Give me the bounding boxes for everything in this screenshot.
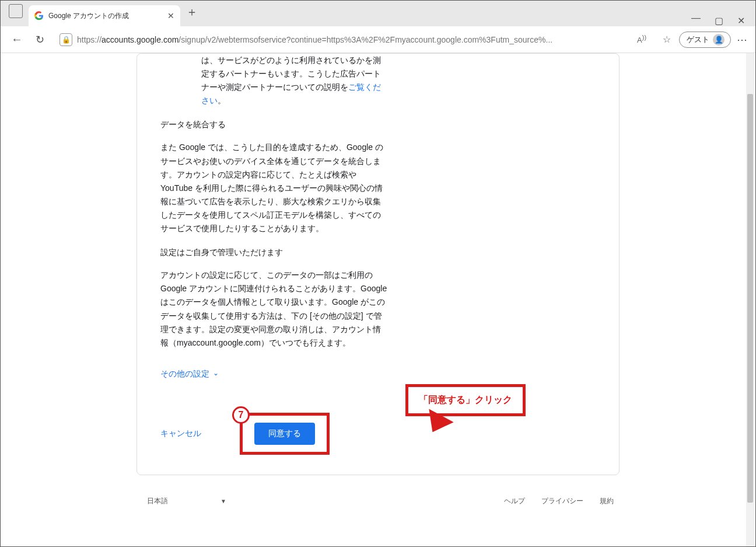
lock-icon[interactable]: 🔒 [60, 33, 72, 46]
content-wrap: は、サービスがどのように利用されているかを測定するパートナーもいます。こうした広… [136, 53, 620, 517]
guest-label: ゲスト [687, 34, 709, 45]
page-footer: 日本語 ▼ ヘルプ プライバシー 規約 [136, 486, 620, 517]
browser-titlebar: Google アカウントの作成 ✕ ＋ ― ▢ ✕ [1, 1, 755, 26]
language-selector[interactable]: 日本語 ▼ [142, 494, 231, 508]
refresh-button[interactable]: ↻ [32, 31, 48, 48]
agree-area: 7 同意する [240, 413, 330, 455]
more-settings-label: その他の設定 [160, 367, 209, 381]
language-label: 日本語 [147, 496, 168, 506]
terms-link[interactable]: 規約 [600, 496, 614, 506]
google-favicon [34, 11, 44, 20]
section-heading-combine: データを統合する [160, 118, 388, 131]
scrollbar-thumb[interactable] [747, 94, 753, 503]
new-tab-button[interactable]: ＋ [186, 4, 198, 20]
section-heading-control: 設定はご自身で管理いただけます [160, 246, 388, 259]
window-maximize-icon[interactable]: ▢ [715, 15, 723, 26]
terms-card: は、サービスがどのように利用されているかを測定するパートナーもいます。こうした広… [136, 53, 620, 475]
help-link[interactable]: ヘルプ [504, 496, 525, 506]
annotation-step-badge: 7 [232, 406, 250, 424]
url-text: https://accounts.google.com/signup/v2/we… [77, 35, 630, 44]
scrollbar-track[interactable] [746, 53, 754, 546]
tabs-area: Google アカウントの作成 ✕ ＋ [5, 1, 691, 26]
favorites-icon[interactable]: ☆ [660, 32, 673, 47]
section-body-combine: また Google では、こうした目的を達成するため、Google のサービスや… [160, 141, 388, 235]
avatar-icon: 👤 [713, 34, 724, 46]
agree-button[interactable]: 同意する [254, 423, 315, 445]
browser-tab[interactable]: Google アカウントの作成 ✕ [29, 5, 180, 26]
window-close-icon[interactable]: ✕ [737, 15, 745, 26]
more-settings-toggle[interactable]: その他の設定 ⌄ [160, 367, 388, 381]
window-controls: ― ▢ ✕ [691, 12, 755, 26]
address-bar[interactable]: 🔒 https://accounts.google.com/signup/v2/… [54, 30, 654, 50]
action-row: キャンセル 7 同意する [160, 413, 388, 455]
tab-actions-icon[interactable] [9, 4, 23, 18]
close-tab-icon[interactable]: ✕ [167, 11, 174, 20]
guest-profile[interactable]: ゲスト 👤 [679, 32, 731, 48]
browser-toolbar: ← ↻ 🔒 https://accounts.google.com/signup… [1, 26, 755, 53]
footer-links: ヘルプ プライバシー 規約 [504, 496, 614, 506]
annotation-callout: 「同意する」クリック [405, 384, 526, 416]
caret-down-icon: ▼ [220, 498, 226, 504]
section-body-control: アカウントの設定に応じて、このデータの一部はご利用の Google アカウントに… [160, 269, 388, 350]
terms-text-column: は、サービスがどのように利用されているかを測定するパートナーもいます。こうした広… [160, 54, 388, 455]
tab-title: Google アカウントの作成 [48, 11, 129, 21]
page-viewport: は、サービスがどのように利用されているかを測定するパートナーもいます。こうした広… [1, 53, 755, 546]
privacy-link[interactable]: プライバシー [541, 496, 583, 506]
cancel-button[interactable]: キャンセル [160, 427, 201, 440]
chevron-down-icon: ⌄ [213, 368, 219, 379]
annotation-highlight-frame: 7 同意する [240, 413, 330, 455]
window-minimize-icon[interactable]: ― [691, 13, 701, 23]
back-button[interactable]: ← [8, 30, 26, 48]
read-aloud-icon[interactable]: A)) [635, 32, 649, 47]
partner-paragraph: は、サービスがどのように利用されているかを測定するパートナーもいます。こうした広… [201, 54, 388, 107]
browser-menu-icon[interactable]: ⋯ [737, 33, 748, 46]
